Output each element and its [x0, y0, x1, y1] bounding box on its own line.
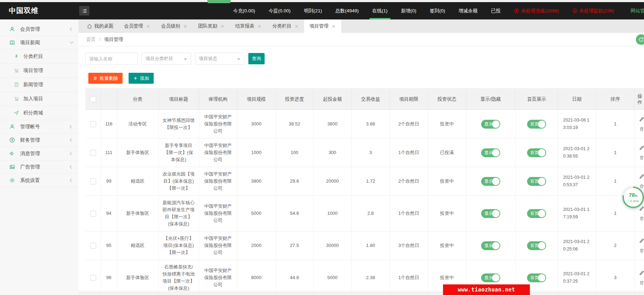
sidebar-subitem[interactable]: 分类栏目 [0, 49, 78, 64]
delete-icon[interactable] [639, 280, 644, 285]
topbar-stat[interactable]: 签到(0) [430, 2, 445, 19]
site-admin-link[interactable]: 网站管理 [631, 2, 644, 19]
topbar-stat[interactable]: 在线(1) [372, 2, 388, 19]
checkbox-cell [85, 138, 101, 167]
category-select[interactable]: 项目分类栏目 [142, 53, 191, 65]
close-icon[interactable] [257, 24, 262, 29]
tab-item[interactable]: 会员级别 [156, 19, 193, 33]
tab-item[interactable]: 分类栏目 [267, 19, 304, 33]
sidebar-subitem[interactable]: 项目管理 [0, 64, 78, 78]
status-select[interactable]: 项目状态 [195, 53, 244, 65]
show-toggle[interactable]: 显示 [481, 120, 500, 129]
topbar-alert[interactable]: 未处理提款(236) [572, 2, 614, 19]
sidebar-item[interactable]: 会员管理 [0, 23, 78, 36]
id-cell: 111 [101, 138, 117, 167]
show-toggle[interactable]: 显示 [481, 241, 500, 250]
home-toggle[interactable]: 首页 [527, 209, 546, 218]
row-checkbox[interactable] [90, 243, 96, 249]
show-hide-cell: 显示 [466, 110, 515, 138]
show-toggle[interactable]: 显示 [481, 177, 500, 186]
tab-item[interactable]: 我的桌面 [82, 19, 119, 33]
close-icon[interactable] [294, 24, 299, 29]
home-toggle[interactable]: 首页 [527, 120, 546, 129]
row-checkbox[interactable] [90, 275, 96, 281]
tree-icon [14, 54, 19, 59]
row-checkbox[interactable] [90, 121, 96, 127]
topbar-alert[interactable]: 未处理充值(1098) [514, 2, 559, 19]
column-header: 首页展示 [515, 89, 558, 110]
edit-icon[interactable] [639, 117, 644, 122]
toggle-label: 显示 [484, 178, 493, 184]
topbar-stat[interactable]: 明到(21) [304, 2, 322, 19]
topbar-stat[interactable]: 总数(4949) [336, 2, 359, 19]
delete-icon[interactable] [639, 248, 644, 253]
show-toggle[interactable]: 显示 [481, 209, 500, 218]
topbar-stat[interactable]: 今提(0.00) [268, 2, 290, 19]
close-icon[interactable] [183, 24, 188, 29]
sidebar-item[interactable]: 项目新闻 [0, 36, 78, 49]
sidebar-subitem[interactable]: 积分商城 [0, 106, 78, 120]
progress-cell: 29.6 [276, 167, 313, 196]
progress-cell: 54.6 [276, 196, 313, 231]
edit-icon[interactable] [639, 206, 644, 211]
home-display-cell: 首页 [515, 138, 558, 167]
select-all-checkbox[interactable] [90, 96, 96, 102]
delete-icon[interactable] [639, 155, 644, 160]
sidebar-item[interactable]: 管理帐号 [0, 120, 78, 134]
column-header: 交易收益 [351, 89, 390, 110]
percent-suffix: % [635, 194, 638, 197]
tab-item[interactable]: 结算报表 [230, 19, 267, 33]
edit-icon[interactable] [639, 145, 644, 151]
gear-icon [9, 177, 15, 183]
delete-icon[interactable] [639, 184, 644, 189]
network-monitor-widget[interactable]: 78% ↑ 0.1K/s [622, 187, 644, 208]
topbar-stat[interactable]: 已投 [491, 2, 501, 19]
add-button[interactable]: 添加 [129, 73, 154, 84]
sidebar-item[interactable]: 系统设置 [0, 174, 78, 187]
breadcrumb-home[interactable]: 首页 [86, 36, 96, 43]
row-checkbox[interactable] [90, 211, 96, 217]
edit-icon[interactable] [639, 174, 644, 179]
home-toggle[interactable]: 首页 [527, 273, 546, 282]
batch-delete-button[interactable]: 批量删除 [88, 73, 123, 84]
topbar-stat[interactable]: 增减余额 [459, 2, 478, 19]
edit-icon[interactable] [639, 270, 644, 276]
tab-item[interactable]: 项目管理 [304, 19, 341, 33]
tab-item[interactable]: 会员管理 [119, 19, 156, 33]
close-icon[interactable] [220, 24, 225, 29]
toggle-knob [538, 149, 545, 157]
profit-cell: 3 [351, 138, 390, 167]
breadcrumb-separator: / [99, 37, 101, 42]
category-cell: 新手体验区 [117, 138, 158, 167]
column-header: 显示/隐藏 [466, 89, 515, 110]
tab-item[interactable]: 团队奖励 [193, 19, 230, 33]
topbar-stat[interactable]: 新增(0) [401, 2, 416, 19]
sidebar-item[interactable]: 广告管理 [0, 160, 78, 174]
edit-icon[interactable] [639, 238, 644, 243]
delete-icon[interactable] [639, 126, 644, 132]
show-toggle[interactable]: 显示 [481, 148, 500, 157]
show-toggle[interactable]: 显示 [481, 273, 500, 282]
home-toggle[interactable]: 首页 [527, 177, 546, 186]
sidebar-item[interactable]: 财务管理 [0, 134, 78, 147]
row-checkbox[interactable] [90, 150, 96, 156]
row-checkbox[interactable] [90, 178, 96, 184]
topbar-stat[interactable]: 今充(0.00) [233, 2, 255, 19]
close-icon[interactable] [331, 24, 336, 29]
search-button[interactable]: 查询 [248, 53, 265, 64]
table-row: 96新手体验区石墨烯基快充/快放锂离子电池项目【限一次】(保本保息)中国平安财产… [85, 260, 644, 295]
chevron-left-icon [70, 125, 73, 129]
close-icon[interactable] [146, 24, 150, 29]
sidebar-item-label: 消息管理 [20, 151, 40, 157]
home-toggle[interactable]: 首页 [527, 241, 546, 250]
home-toggle[interactable]: 首页 [527, 148, 546, 157]
toggle-knob [538, 178, 545, 185]
sidebar-subitem[interactable]: 新闻管理 [0, 78, 78, 92]
refresh-button[interactable] [636, 34, 644, 45]
sidebar-subitem[interactable]: 加入项目 [0, 92, 78, 106]
sidebar-item[interactable]: 消息管理 [0, 147, 78, 160]
sidebar-collapse-button[interactable] [79, 6, 89, 16]
delete-icon[interactable] [639, 216, 644, 221]
name-search-input[interactable] [85, 53, 138, 65]
toggle-knob [492, 149, 500, 157]
